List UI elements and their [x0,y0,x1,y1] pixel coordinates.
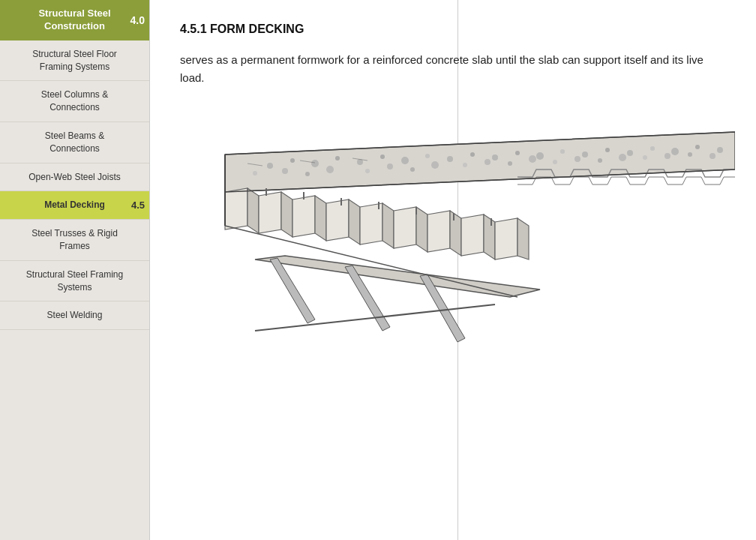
svg-point-16 [605,148,610,152]
svg-point-25 [326,166,334,173]
svg-marker-45 [259,192,281,233]
svg-point-2 [290,158,295,163]
section-title: 4.5.1 FORM DECKING [180,22,735,36]
svg-point-8 [425,154,430,158]
svg-point-22 [253,171,257,176]
svg-point-29 [431,161,439,169]
sidebar-item-framing[interactable]: Structural Steel FramingSystems [0,261,149,302]
svg-point-4 [335,156,340,160]
svg-marker-53 [394,207,416,248]
svg-marker-0 [225,132,735,192]
svg-point-36 [598,158,602,163]
svg-point-14 [560,149,565,154]
sidebar-item-floor-framing[interactable]: Structural Steel FloorFraming Systems [0,40,149,82]
sidebar-item-metal-decking[interactable]: Metal Decking 4.5 [0,191,149,220]
sidebar-item-beams[interactable]: Steel Beams &Connections [0,122,149,164]
version-badge: 4.0 [130,14,145,27]
svg-marker-43 [225,188,248,230]
svg-marker-58 [484,214,495,260]
svg-marker-57 [461,214,484,256]
sidebar-item-label: Steel Beams &Connections [45,130,104,154]
svg-marker-59 [495,218,518,260]
svg-marker-56 [450,211,461,256]
svg-point-24 [305,172,310,176]
illustration-container [180,110,735,350]
svg-point-18 [650,146,655,151]
svg-point-41 [710,153,716,159]
svg-marker-44 [248,188,259,233]
svg-point-12 [515,151,520,155]
svg-point-23 [282,168,288,174]
svg-marker-47 [292,196,315,237]
sidebar-item-label: Open-Web Steel Joists [28,172,121,182]
svg-point-1 [267,163,273,169]
svg-marker-49 [326,200,349,241]
svg-point-11 [492,154,498,160]
sidebar-title: Structural Steel Construction [38,8,110,32]
svg-point-3 [311,160,319,167]
svg-point-31 [484,159,490,165]
svg-point-10 [470,152,475,157]
svg-point-40 [688,152,692,157]
svg-point-27 [387,164,393,170]
svg-point-39 [664,153,670,159]
svg-point-37 [619,154,626,161]
sidebar-item-label: Steel Columns &Connections [41,89,108,112]
svg-marker-60 [518,218,529,260]
svg-point-19 [671,148,679,155]
svg-point-13 [536,152,544,160]
svg-marker-48 [315,196,326,241]
sidebar-item-joists[interactable]: Open-Web Steel Joists [0,164,149,192]
svg-point-34 [553,160,557,164]
svg-point-20 [695,145,700,149]
svg-marker-52 [382,203,394,248]
svg-marker-46 [281,192,292,237]
svg-point-21 [717,147,723,153]
svg-point-26 [365,169,370,173]
svg-point-33 [529,155,536,163]
sidebar-item-columns[interactable]: Steel Columns &Connections [0,81,149,122]
svg-point-15 [582,152,588,158]
svg-marker-55 [428,211,450,252]
form-decking-illustration [180,110,735,350]
svg-point-32 [508,161,512,166]
svg-point-7 [401,157,409,164]
svg-point-6 [380,154,385,159]
sidebar: Structural Steel Construction 4.0 Struct… [0,0,150,540]
svg-marker-54 [416,207,428,252]
svg-point-38 [643,155,647,160]
svg-point-28 [410,167,415,172]
main-content: 4.5.1 FORM DECKING serves as a permanent… [150,0,756,540]
svg-point-35 [574,156,580,162]
svg-marker-51 [360,203,382,244]
sidebar-header[interactable]: Structural Steel Construction 4.0 [0,0,149,40]
content-area: 4.5.1 FORM DECKING serves as a permanent… [150,0,756,540]
svg-point-9 [447,156,453,162]
sidebar-item-trusses[interactable]: Steel Trusses & RigidFrames [0,220,149,261]
sidebar-item-label: Structural Steel FloorFraming Systems [32,49,117,72]
svg-point-17 [627,150,633,156]
active-item-badge: 4.5 [131,199,145,212]
sidebar-item-welding[interactable]: Steel Welding [0,302,149,330]
body-text: serves as a permanent formwork for a rei… [180,51,705,87]
svg-point-30 [463,163,467,167]
sidebar-item-label: Metal Decking [44,200,105,210]
svg-marker-50 [349,200,360,244]
sidebar-item-label: Steel Trusses & RigidFrames [32,228,118,251]
sidebar-item-label: Steel Welding [47,310,103,320]
sidebar-item-label: Structural Steel FramingSystems [26,269,123,292]
